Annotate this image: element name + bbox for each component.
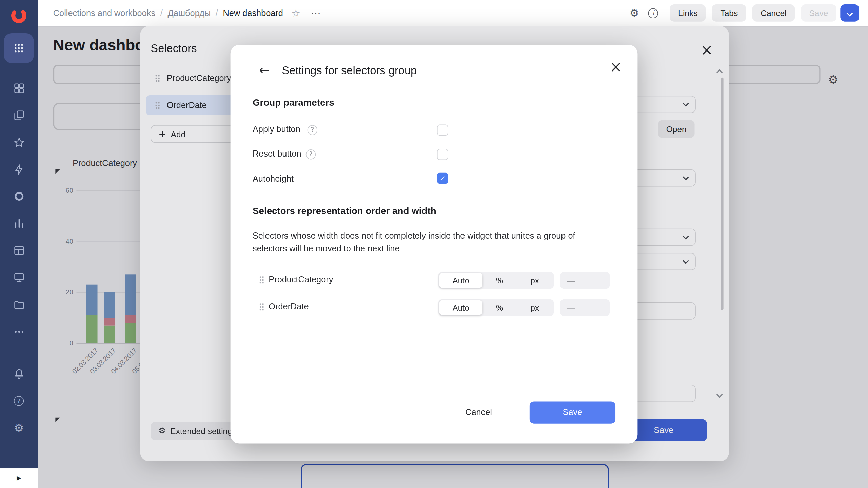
favorite-star-icon[interactable]: ☆ bbox=[291, 8, 300, 18]
autoheight-checkbox[interactable]: ✓ bbox=[437, 173, 448, 184]
close-icon: × bbox=[610, 59, 622, 74]
header-cancel-button[interactable]: Cancel bbox=[752, 4, 795, 22]
settings-dialog-title: Settings for selectors group bbox=[282, 64, 417, 77]
sidebar-item-collections[interactable] bbox=[0, 106, 38, 125]
apply-button-checkbox[interactable] bbox=[437, 125, 448, 136]
help-icon: ? bbox=[14, 396, 24, 406]
settings-save-button[interactable]: Save bbox=[530, 401, 615, 423]
donut-icon bbox=[13, 190, 24, 202]
order-section-description: Selectors whose width does not fit compl… bbox=[253, 229, 593, 255]
tabs-button[interactable]: Tabs bbox=[712, 4, 746, 22]
order-section-heading: Selectors representation order and width bbox=[253, 206, 436, 217]
sidebar-item-datasets[interactable] bbox=[0, 241, 38, 260]
header-gear-icon[interactable]: ⚙ bbox=[629, 8, 639, 18]
group-parameters-heading: Group parameters bbox=[253, 98, 334, 109]
width-row-label: OrderDate bbox=[269, 302, 309, 311]
reset-button-label: Reset button bbox=[253, 149, 301, 159]
breadcrumb-current: New dashboard bbox=[223, 8, 283, 18]
sidebar-item-files[interactable] bbox=[0, 295, 38, 314]
group-settings-dialog: ← Settings for selectors group × Group p… bbox=[231, 45, 638, 443]
reset-button-checkbox[interactable] bbox=[437, 149, 448, 160]
sidebar-item-connections[interactable] bbox=[0, 160, 38, 179]
datalens-logo-icon bbox=[9, 6, 28, 25]
width-value-input[interactable]: — bbox=[560, 299, 610, 316]
drag-handle-icon[interactable] bbox=[259, 303, 264, 311]
reset-help-icon[interactable]: ? bbox=[306, 149, 316, 159]
header-actions: ⚙ i Links Tabs Cancel Save bbox=[629, 4, 859, 22]
layers-icon bbox=[13, 109, 24, 121]
star-icon bbox=[13, 137, 24, 148]
back-arrow-icon: ← bbox=[259, 64, 269, 77]
drag-handle-icon[interactable] bbox=[259, 276, 264, 284]
sidebar-item-dashboards[interactable] bbox=[0, 79, 38, 98]
breadcrumb: Collections and workbooks / Дашборды / N… bbox=[53, 0, 321, 26]
width-mode-segmented: Auto % px bbox=[438, 272, 554, 289]
bar-chart-icon bbox=[13, 217, 24, 229]
breadcrumb-separator: / bbox=[160, 8, 163, 18]
breadcrumb-workbook[interactable]: Дашборды bbox=[167, 8, 211, 18]
header-info-icon[interactable]: i bbox=[648, 8, 658, 18]
width-value-input[interactable]: — bbox=[560, 272, 610, 289]
gear-icon: ⚙ bbox=[14, 423, 24, 434]
breadcrumb-collections[interactable]: Collections and workbooks bbox=[53, 8, 155, 18]
settings-cancel-button[interactable]: Cancel bbox=[454, 401, 504, 423]
width-mode-px[interactable]: px bbox=[517, 273, 553, 288]
bell-icon bbox=[13, 368, 24, 380]
folder-icon bbox=[13, 299, 24, 310]
width-mode-px[interactable]: px bbox=[517, 300, 553, 315]
sidebar-item-help[interactable]: ? bbox=[0, 391, 38, 410]
sidebar-expand-button[interactable]: ▶ bbox=[0, 468, 38, 488]
expand-arrow-icon: ▶ bbox=[17, 476, 21, 481]
sidebar-item-favorites[interactable] bbox=[0, 133, 38, 152]
table-icon bbox=[13, 244, 24, 256]
apply-help-icon[interactable]: ? bbox=[308, 125, 317, 135]
width-row-label: ProductCategory bbox=[269, 274, 333, 284]
sidebar-item-apps[interactable] bbox=[0, 39, 38, 58]
sidebar-item-settings[interactable]: ⚙ bbox=[0, 419, 38, 438]
sidebar-item-more[interactable] bbox=[0, 322, 38, 341]
check-icon: ✓ bbox=[439, 175, 446, 182]
apps-grid-icon bbox=[13, 43, 24, 54]
sidebar-item-presentations[interactable] bbox=[0, 268, 38, 287]
top-bar: Collections and workbooks / Дашборды / N… bbox=[38, 0, 868, 26]
autoheight-label: Autoheight bbox=[253, 174, 294, 184]
width-mode-auto[interactable]: Auto bbox=[439, 273, 482, 288]
width-mode-percent[interactable]: % bbox=[482, 300, 517, 315]
app-window: New dashboard ⚙ ProductCategory 60 40 20… bbox=[0, 0, 868, 488]
lightning-icon bbox=[13, 164, 24, 175]
back-button[interactable]: ← bbox=[254, 60, 274, 80]
save-dropdown-button[interactable] bbox=[840, 4, 859, 22]
four-squares-icon bbox=[13, 82, 24, 94]
links-button[interactable]: Links bbox=[670, 4, 706, 22]
settings-close-button[interactable]: × bbox=[606, 57, 626, 77]
sidebar-item-charts[interactable] bbox=[0, 214, 38, 233]
header-save-button[interactable]: Save bbox=[801, 4, 836, 22]
sidebar-item-wizard[interactable] bbox=[0, 187, 38, 206]
breadcrumb-more-icon[interactable]: ⋯ bbox=[311, 8, 321, 18]
width-mode-percent[interactable]: % bbox=[482, 273, 517, 288]
width-mode-auto[interactable]: Auto bbox=[439, 300, 482, 315]
sidebar: ? ⚙ bbox=[0, 0, 38, 468]
width-mode-segmented: Auto % px bbox=[438, 299, 554, 316]
datalens-logo[interactable] bbox=[0, 6, 38, 25]
sidebar-item-notifications[interactable] bbox=[0, 364, 38, 383]
apply-button-label: Apply button bbox=[253, 125, 300, 135]
monitor-icon bbox=[13, 271, 24, 283]
more-dots-icon bbox=[13, 326, 24, 337]
breadcrumb-separator: / bbox=[216, 8, 218, 18]
chevron-down-icon bbox=[847, 10, 853, 16]
